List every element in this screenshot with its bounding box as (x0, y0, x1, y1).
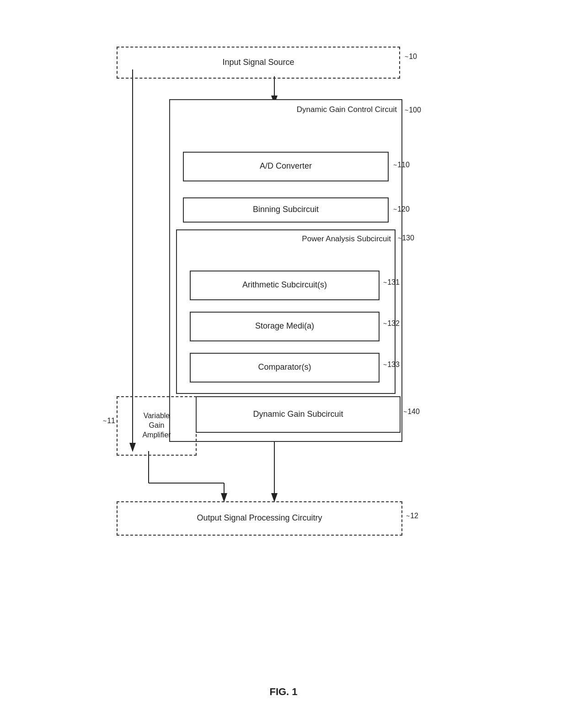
input-signal-label: Input Signal Source (222, 57, 294, 68)
binning-label: Binning Subcircuit (253, 204, 319, 215)
dynamic-gain-sub-label: Dynamic Gain Subcircuit (253, 409, 343, 420)
storage-ref: 132 (383, 319, 400, 328)
arithmetic-ref: 131 (383, 278, 400, 287)
arithmetic-label: Arithmetic Subcircuit(s) (242, 280, 327, 290)
diagram-container: Input Signal Source 10 Dynamic Gain Cont… (78, 21, 489, 707)
input-signal-box: Input Signal Source (117, 47, 400, 79)
comparator-ref: 133 (383, 361, 400, 369)
output-signal-box: Output Signal Processing Circuitry (117, 501, 402, 536)
variable-gain-label: Variable Gain Amplifier (142, 411, 171, 440)
variable-gain-ref: 11 (103, 417, 115, 425)
output-signal-label: Output Signal Processing Circuitry (197, 513, 322, 523)
input-signal-ref: 10 (405, 53, 417, 61)
dynamic-gain-control-ref: 100 (405, 106, 421, 114)
comparator-box: Comparator(s) (190, 353, 380, 383)
dynamic-gain-sub-ref: 140 (403, 408, 420, 416)
power-analysis-label: Power Analysis Subcircuit (302, 234, 391, 244)
ad-converter-box: A/D Converter (183, 152, 389, 181)
arithmetic-box: Arithmetic Subcircuit(s) (190, 271, 380, 300)
binning-ref: 120 (393, 205, 410, 213)
dynamic-gain-control-label: Dynamic Gain Control Circuit (297, 105, 397, 115)
binning-box: Binning Subcircuit (183, 197, 389, 223)
storage-box: Storage Medi(a) (190, 312, 380, 341)
output-signal-ref: 12 (406, 512, 418, 520)
dynamic-gain-sub-box: Dynamic Gain Subcircuit (196, 396, 401, 433)
ad-converter-label: A/D Converter (260, 161, 312, 171)
figure-caption: FIG. 1 (269, 686, 297, 698)
variable-gain-box: Variable Gain Amplifier (117, 396, 197, 456)
ad-converter-ref: 110 (393, 161, 410, 169)
comparator-label: Comparator(s) (258, 362, 311, 372)
storage-label: Storage Medi(a) (255, 321, 314, 331)
power-analysis-ref: 130 (398, 234, 414, 242)
